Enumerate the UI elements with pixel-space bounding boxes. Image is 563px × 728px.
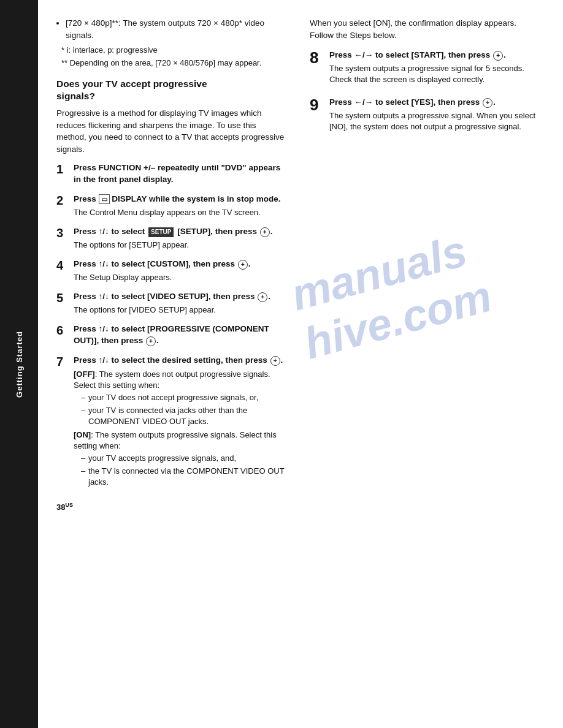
step-4-title: Press ↑/↓ to select [CUSTOM], then press…	[74, 259, 285, 270]
step-8-content: Press ←/→ to select [START], then press …	[329, 50, 538, 87]
step-7-title: Press ↑/↓ to select the desired setting,…	[74, 355, 285, 366]
bullet-720p: [720 × 480p]**: The system outputs 720 ×…	[66, 17, 285, 41]
step-9: 9 Press ←/→ to select [YES], then press …	[310, 97, 538, 134]
step-3-content: Press ↑/↓ to select SETUP [SETUP], then …	[74, 226, 285, 252]
step-1: 1 Press FUNCTION +/– repeatedly until "D…	[56, 162, 285, 188]
step-3-title: Press ↑/↓ to select SETUP [SETUP], then …	[74, 226, 285, 238]
step-5-desc: The options for [VIDEO SETUP] appear.	[74, 305, 285, 316]
step-8: 8 Press ←/→ to select [START], then pres…	[310, 50, 538, 87]
on-bullet-1: your TV accepts progressive signals, and…	[81, 453, 285, 464]
step-3-desc: The options for [SETUP] appear.	[74, 240, 285, 251]
step-5-content: Press ↑/↓ to select [VIDEO SETUP], then …	[74, 291, 285, 317]
step-2-desc: The Control Menu display appears on the …	[74, 207, 285, 218]
sidebar-label: Getting Started	[15, 331, 24, 398]
step-6: 6 Press ↑/↓ to select [PROGRESSIVE (COMP…	[56, 324, 285, 349]
step-4-desc: The Setup Display appears.	[74, 272, 285, 283]
step-7-on: [ON]: The system outputs progressive sig…	[74, 430, 285, 488]
step-2-content: Press ▭ DISPLAY while the system is in s…	[74, 194, 285, 220]
on-bullet-2: the TV is connected via the COMPONENT VI…	[81, 466, 285, 488]
step-3: 3 Press ↑/↓ to select SETUP [SETUP], the…	[56, 226, 285, 252]
step-1-title: Press FUNCTION +/– repeatedly until "DVD…	[74, 162, 285, 186]
top-bullet-list: [720 × 480p]**: The system outputs 720 ×…	[66, 17, 285, 41]
step-8-title: Press ←/→ to select [START], then press …	[329, 50, 538, 61]
step-5-number: 5	[56, 291, 67, 305]
main-content: manuals hive.com [720 × 480p]**: The sys…	[38, 0, 563, 728]
right-intro-text: When you select [ON], the confirmation d…	[310, 17, 538, 41]
step-9-title: Press ←/→ to select [YES], then press +.	[329, 97, 538, 108]
step-2-title: Press ▭ DISPLAY while the system is in s…	[74, 194, 285, 205]
step-9-content: Press ←/→ to select [YES], then press +.…	[329, 97, 538, 134]
step-9-desc: The system outputs a progressive signal.…	[329, 110, 538, 132]
step-7: 7 Press ↑/↓ to select the desired settin…	[56, 355, 285, 489]
step-6-number: 6	[56, 324, 67, 337]
left-column: [720 × 480p]**: The system outputs 720 ×…	[56, 17, 285, 711]
step-6-title: Press ↑/↓ to select [PROGRESSIVE (COMPON…	[74, 324, 285, 347]
step-8-number: 8	[310, 50, 323, 66]
step-4: 4 Press ↑/↓ to select [CUSTOM], then pre…	[56, 259, 285, 285]
step-3-number: 3	[56, 226, 67, 240]
step-8-desc: The system outputs a progressive signal …	[329, 63, 538, 85]
step-6-content: Press ↑/↓ to select [PROGRESSIVE (COMPON…	[74, 324, 285, 349]
step-7-content: Press ↑/↓ to select the desired setting,…	[74, 355, 285, 489]
note-interlace: * i: interlace, p: progressive	[61, 45, 285, 56]
step-1-content: Press FUNCTION +/– repeatedly until "DVD…	[74, 162, 285, 188]
step-4-number: 4	[56, 259, 67, 272]
sidebar: Getting Started	[0, 0, 38, 728]
step-1-number: 1	[56, 162, 67, 176]
step-5: 5 Press ↑/↓ to select [VIDEO SETUP], the…	[56, 291, 285, 317]
section-intro: Progressive is a method for displaying T…	[56, 107, 285, 155]
step-7-on-bullets: your TV accepts progressive signals, and…	[81, 453, 285, 488]
note-area: ** Depending on the area, [720 × 480/576…	[61, 58, 285, 69]
section-heading: Does your TV accept progressive signals?	[56, 78, 285, 102]
off-bullet-1: your TV does not accept progressive sign…	[81, 392, 285, 403]
right-column: When you select [ON], the confirmation d…	[297, 17, 538, 711]
step-9-number: 9	[310, 97, 323, 113]
step-7-off: [OFF]: The system does not output progre…	[74, 369, 285, 427]
step-2: 2 Press ▭ DISPLAY while the system is in…	[56, 194, 285, 220]
step-4-content: Press ↑/↓ to select [CUSTOM], then press…	[74, 259, 285, 285]
step-7-off-bullets: your TV does not accept progressive sign…	[81, 392, 285, 427]
step-5-title: Press ↑/↓ to select [VIDEO SETUP], then …	[74, 291, 285, 303]
page-footer: 38US	[56, 501, 285, 514]
step-2-number: 2	[56, 194, 67, 207]
step-7-number: 7	[56, 355, 67, 368]
off-bullet-2: your TV is connected via jacks other tha…	[81, 405, 285, 427]
